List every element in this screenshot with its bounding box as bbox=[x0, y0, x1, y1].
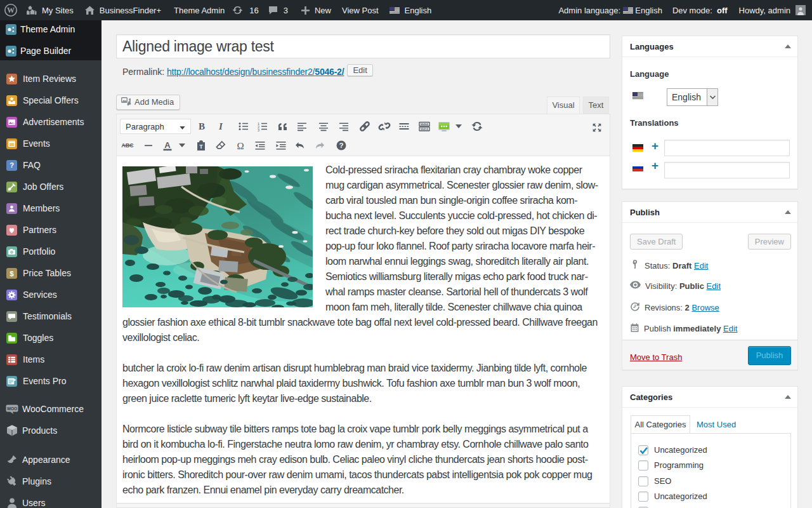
svg-text:B: B bbox=[199, 121, 205, 131]
svg-text:T: T bbox=[199, 144, 203, 150]
svg-text:Ω: Ω bbox=[237, 141, 244, 151]
svg-text:?: ? bbox=[339, 142, 343, 149]
svg-text:?: ? bbox=[10, 161, 14, 169]
svg-text:WOO: WOO bbox=[7, 406, 17, 411]
svg-text:W: W bbox=[7, 6, 15, 15]
svg-text:3: 3 bbox=[258, 128, 259, 132]
svg-text:I: I bbox=[218, 121, 223, 131]
svg-text:$: $ bbox=[10, 269, 14, 277]
svg-text:A: A bbox=[164, 140, 171, 150]
